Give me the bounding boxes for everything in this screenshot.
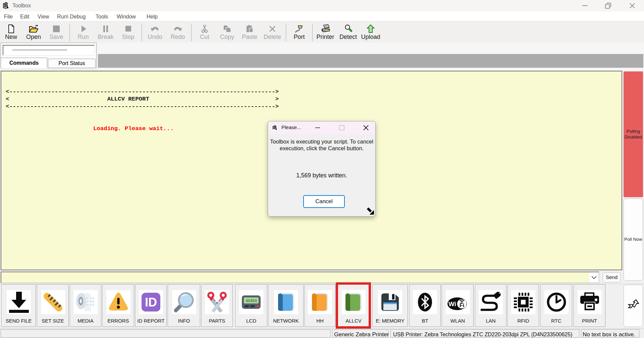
svg-text:ID: ID: [145, 295, 157, 309]
svg-text:Wi: Wi: [448, 300, 456, 307]
svg-text:40404: 40404: [246, 298, 257, 303]
